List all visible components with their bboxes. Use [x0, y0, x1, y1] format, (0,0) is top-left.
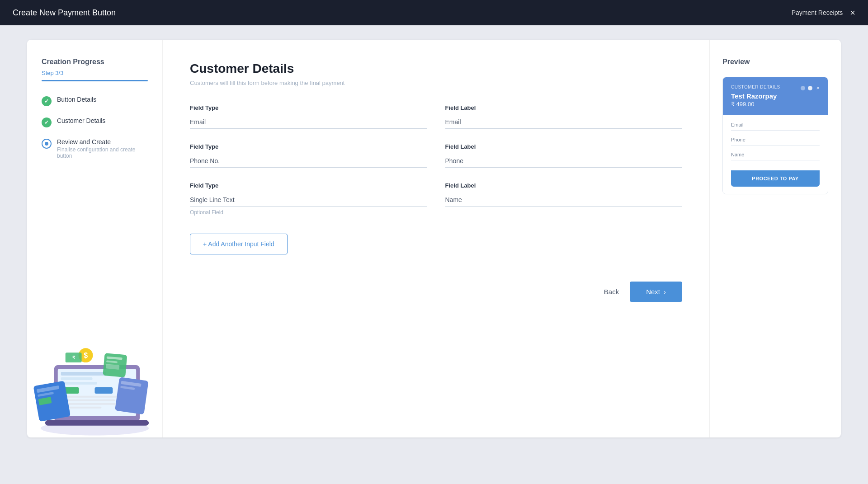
preview-title: Preview — [722, 58, 828, 66]
page-body: Creation Progress Step 3/3 Button Detail… — [0, 25, 868, 484]
svg-rect-4 — [61, 377, 93, 380]
preview-panel: Preview CUSTOMER DETAILS Test Razorpay ₹… — [710, 40, 841, 437]
field-type-input-1[interactable] — [190, 116, 427, 129]
next-button-label: Next — [646, 288, 660, 296]
chevron-right-icon: › — [664, 288, 666, 296]
step-name-button-details: Button Details — [57, 96, 96, 103]
svg-rect-12 — [45, 420, 149, 426]
field-type-label-2: Field Type — [190, 143, 427, 150]
field-row-3: Field Type Optional Field Field Label — [190, 182, 682, 216]
field-label-label-2: Field Label — [445, 143, 683, 150]
content-title: Customer Details — [190, 61, 682, 76]
field-label-label-1: Field Label — [445, 104, 683, 111]
field-group-type-2: Field Type — [190, 143, 427, 168]
svg-text:₹: ₹ — [72, 355, 75, 360]
preview-field-line-name — [731, 160, 820, 160]
field-type-label-3: Field Type — [190, 182, 427, 189]
svg-text:$: $ — [84, 352, 88, 359]
preview-field-phone: Phone — [731, 137, 820, 146]
content-subtitle: Customers will fill this form before mak… — [190, 80, 682, 86]
step-label: Step 3/3 — [42, 70, 148, 76]
svg-rect-5 — [61, 382, 97, 385]
main-card: Creation Progress Step 3/3 Button Detail… — [27, 40, 841, 437]
svg-rect-10 — [61, 403, 124, 405]
preview-field-line-phone — [731, 145, 820, 146]
next-button[interactable]: Next › — [630, 282, 682, 302]
progress-bar-fill — [42, 80, 148, 81]
preview-card-body: Email Phone Name PROCEED TO PAY — [723, 115, 828, 194]
preview-card-header-label: CUSTOMER DETAILS — [731, 85, 780, 89]
preview-card-header: CUSTOMER DETAILS Test Razorpay ₹ 499.00 … — [723, 77, 828, 115]
app-header: Create New Payment Button Payment Receip… — [0, 0, 868, 25]
header-right: Payment Receipts × — [792, 8, 855, 18]
preview-field-line-email — [731, 130, 820, 131]
footer-actions: Back Next › — [190, 282, 682, 302]
field-group-type-3: Field Type Optional Field — [190, 182, 427, 216]
preview-card: CUSTOMER DETAILS Test Razorpay ₹ 499.00 … — [722, 77, 828, 194]
main-content: Customer Details Customers will fill thi… — [163, 40, 710, 437]
preview-field-name: Name — [731, 152, 820, 160]
field-row-1: Field Type Field Label — [190, 104, 682, 129]
preview-dot-2 — [808, 86, 812, 90]
optional-tag: Optional Field — [190, 209, 427, 216]
field-label-label-3: Field Label — [445, 182, 683, 189]
progress-bar-track — [42, 80, 148, 81]
field-label-input-1[interactable] — [445, 116, 683, 129]
field-group-label-1: Field Label — [445, 104, 683, 129]
svg-rect-9 — [61, 399, 115, 401]
preview-card-controls: × — [801, 85, 820, 91]
field-label-input-3[interactable] — [445, 193, 683, 207]
close-icon[interactable]: × — [850, 8, 855, 18]
preview-card-amount: ₹ 499.00 — [731, 101, 780, 108]
progress-title: Creation Progress — [42, 58, 148, 66]
step-item-customer-details: Customer Details — [42, 117, 148, 127]
preview-field-email: Email — [731, 122, 820, 131]
preview-pay-button[interactable]: PROCEED TO PAY — [731, 170, 820, 187]
svg-rect-7 — [95, 387, 113, 394]
step-icon-button-details — [42, 96, 52, 106]
sidebar-illustration: $ ₹ — [27, 311, 162, 437]
step-desc-review-create: Finalise configuration and create button — [57, 146, 148, 159]
step-name-review-create: Review and Create — [57, 138, 148, 146]
preview-close-icon[interactable]: × — [816, 85, 820, 91]
field-type-input-3[interactable] — [190, 193, 427, 207]
svg-rect-3 — [61, 372, 106, 376]
preview-field-label-phone: Phone — [731, 137, 820, 142]
step-item-button-details: Button Details — [42, 96, 148, 106]
field-group-label-2: Field Label — [445, 143, 683, 168]
preview-card-name: Test Razorpay — [731, 92, 780, 100]
field-type-label-1: Field Type — [190, 104, 427, 111]
add-field-button[interactable]: + Add Another Input Field — [190, 234, 288, 254]
step-item-review-create: Review and Create Finalise configuration… — [42, 138, 148, 159]
field-row-2: Field Type Field Label — [190, 143, 682, 168]
step-name-customer-details: Customer Details — [57, 117, 105, 124]
back-button[interactable]: Back — [604, 288, 619, 296]
page-title: Create New Payment Button — [13, 8, 116, 18]
step-icon-customer-details — [42, 117, 52, 127]
sidebar: Creation Progress Step 3/3 Button Detail… — [27, 40, 163, 437]
field-group-label-3: Field Label — [445, 182, 683, 216]
field-group-type-1: Field Type — [190, 104, 427, 129]
payment-receipts-link[interactable]: Payment Receipts — [792, 9, 843, 16]
preview-dot-1 — [801, 86, 805, 90]
field-type-input-2[interactable] — [190, 155, 427, 168]
field-label-input-2[interactable] — [445, 155, 683, 168]
preview-field-label-name: Name — [731, 152, 820, 157]
preview-field-label-email: Email — [731, 122, 820, 127]
step-icon-review-create — [42, 139, 52, 149]
